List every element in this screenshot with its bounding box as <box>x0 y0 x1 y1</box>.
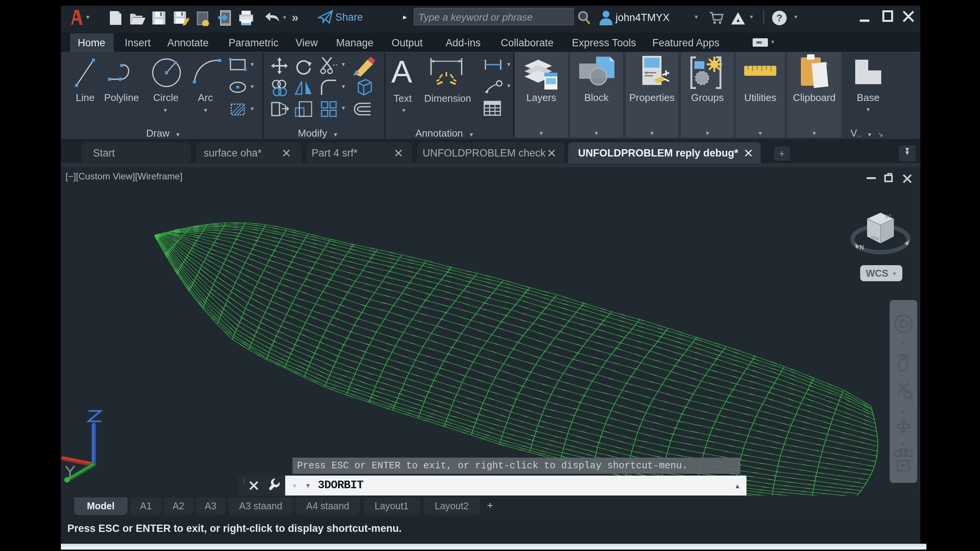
svg-text:SW: SW <box>871 235 879 242</box>
svg-text:N: N <box>859 244 864 251</box>
svg-text:?: ? <box>776 12 782 24</box>
